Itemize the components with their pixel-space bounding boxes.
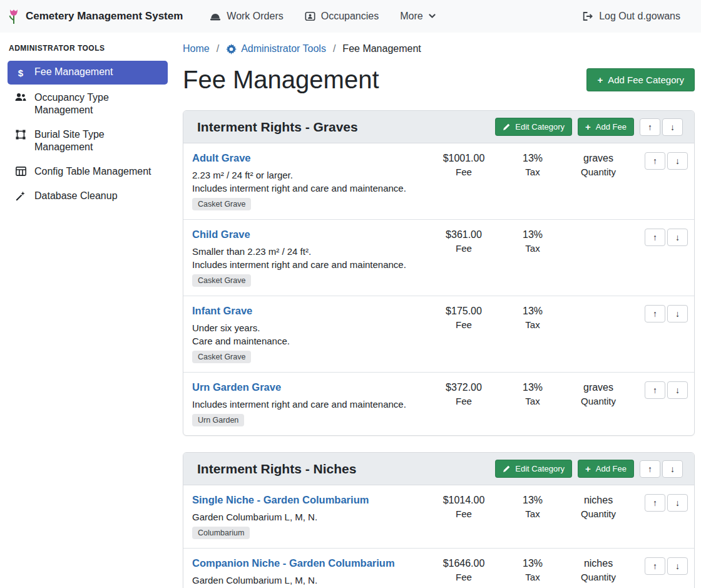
arrow-down-icon: ↓: [670, 122, 675, 132]
main-content: Home / Administrator Tools / Fee Managem…: [175, 33, 701, 588]
move-fee-up-button[interactable]: ↑: [645, 494, 665, 512]
fee-tax-label: Tax: [501, 243, 564, 254]
move-fee-up-button[interactable]: ↑: [645, 305, 665, 322]
logout-button[interactable]: Log Out d.gowans: [582, 11, 680, 22]
fee-name-link[interactable]: Urn Garden Grave: [192, 381, 281, 393]
nav-occupancies[interactable]: Occupancies: [305, 11, 379, 22]
fee-type-badge: Columbarium: [192, 527, 250, 539]
sidebar-item-label: Burial Site Type Management: [34, 128, 160, 153]
fee-quantity-value: niches: [564, 495, 633, 506]
fee-name-link[interactable]: Companion Niche - Garden Columbarium: [192, 557, 395, 569]
fee-description: Under six years.: [192, 322, 426, 333]
nav-work-orders[interactable]: Work Orders: [210, 11, 283, 22]
fee-tax-value: 13%: [501, 495, 564, 506]
edit-category-button[interactable]: Edit Category: [495, 460, 572, 478]
edit-category-label: Edit Category: [515, 122, 565, 132]
edit-category-button[interactable]: Edit Category: [495, 118, 572, 136]
fee-row: Child Grave Smaller than 2.23 m² / 24 ft…: [183, 220, 694, 296]
move-category-up-button[interactable]: ↑: [640, 118, 660, 136]
move-category-up-button[interactable]: ↑: [640, 460, 660, 478]
fee-amount-value: $1001.00: [426, 153, 501, 164]
fee-name-link[interactable]: Single Niche - Garden Columbarium: [192, 494, 369, 506]
add-fee-label: Add Fee: [596, 122, 627, 132]
arrow-up-icon: ↑: [653, 385, 657, 395]
fee-quantity-label: Quantity: [564, 167, 633, 177]
fee-main: Adult Grave 2.23 m² / 24 ft² or larger. …: [192, 152, 426, 210]
breadcrumb-home-link[interactable]: Home: [183, 43, 210, 54]
fee-name-link[interactable]: Adult Grave: [192, 152, 251, 164]
plus-icon: +: [585, 464, 591, 473]
fee-quantity: niches Quantity: [564, 557, 633, 588]
vector-square-icon: [15, 130, 26, 140]
sidebar-item-occupancy-type-management[interactable]: Occupancy Type Management: [8, 86, 168, 121]
move-fee-up-button[interactable]: ↑: [645, 229, 665, 246]
move-category-down-button[interactable]: ↓: [662, 460, 683, 478]
fee-quantity: niches Quantity: [564, 494, 633, 539]
fee-amount: $1646.00 Fee: [426, 557, 501, 588]
fee-quantity-value: graves: [564, 382, 633, 393]
fee-reorder-group: ↑ ↓: [633, 152, 688, 210]
fee-tax: 13% Tax: [501, 229, 564, 287]
move-fee-up-button[interactable]: ↑: [645, 152, 665, 170]
move-fee-down-button[interactable]: ↓: [667, 229, 688, 246]
fee-quantity: [564, 305, 633, 363]
sidebar-item-label: Fee Management: [34, 66, 113, 78]
fee-category-card: Interment Rights - Niches Edit Category …: [183, 452, 695, 588]
fee-quantity-value: graves: [564, 153, 633, 164]
sidebar-item-config-table-management[interactable]: Config Table Management: [8, 160, 168, 183]
fee-type-badge: Casket Grave: [192, 351, 251, 363]
sidebar-item-label: Config Table Management: [34, 165, 151, 178]
arrow-up-icon: ↑: [648, 464, 652, 474]
add-fee-button[interactable]: + Add Fee: [578, 118, 634, 136]
fee-tax-label: Tax: [501, 396, 564, 406]
add-fee-category-button[interactable]: + Add Fee Category: [586, 68, 695, 91]
sidebar-item-database-cleanup[interactable]: Database Cleanup: [8, 185, 168, 207]
table-icon: [15, 167, 26, 176]
fee-main: Companion Niche - Garden Columbarium Gar…: [192, 557, 426, 588]
nav-work-orders-label: Work Orders: [227, 11, 283, 22]
move-fee-up-button[interactable]: ↑: [645, 557, 665, 575]
fee-row: Single Niche - Garden Columbarium Garden…: [183, 485, 694, 549]
sidebar-item-label: Database Cleanup: [34, 190, 118, 202]
edit-category-label: Edit Category: [515, 464, 565, 473]
fee-name-link[interactable]: Child Grave: [192, 229, 250, 240]
fee-row: Adult Grave 2.23 m² / 24 ft² or larger. …: [183, 143, 694, 220]
fee-tax: 13% Tax: [501, 557, 564, 588]
fee-quantity: graves Quantity: [564, 381, 633, 426]
fee-row: Infant Grave Under six years. Care and m…: [183, 296, 694, 373]
breadcrumb-admin-tools-link[interactable]: Administrator Tools: [226, 43, 326, 54]
move-category-down-button[interactable]: ↓: [662, 118, 683, 136]
move-fee-down-button[interactable]: ↓: [667, 494, 688, 512]
magic-wand-icon: [15, 191, 26, 201]
breadcrumb-separator: /: [217, 43, 219, 54]
hard-hat-icon: [210, 12, 221, 21]
nav-more[interactable]: More: [400, 11, 435, 22]
fee-description: Garden Columbarium L, M, N.: [192, 575, 426, 585]
move-fee-down-button[interactable]: ↓: [667, 305, 688, 322]
arrow-down-icon: ↓: [675, 309, 680, 319]
move-fee-up-button[interactable]: ↑: [645, 381, 665, 399]
breadcrumb-admin-tools-label: Administrator Tools: [241, 43, 326, 54]
move-fee-down-button[interactable]: ↓: [667, 557, 688, 575]
add-fee-button[interactable]: + Add Fee: [578, 460, 634, 478]
page-title: Fee Management: [183, 66, 379, 94]
fee-category-card: Interment Rights - Graves Edit Category …: [183, 110, 695, 436]
gear-icon: [226, 44, 237, 54]
fee-main: Urn Garden Grave Includes interment righ…: [192, 381, 426, 426]
fee-description: Includes interment right and care and ma…: [192, 183, 426, 193]
fee-amount-value: $1646.00: [426, 558, 501, 569]
sidebar-item-fee-management[interactable]: $ Fee Management: [8, 61, 168, 85]
sidebar-item-burial-site-type-management[interactable]: Burial Site Type Management: [8, 123, 168, 158]
breadcrumb-current: Fee Management: [342, 43, 421, 54]
fee-amount: $1001.00 Fee: [426, 152, 501, 210]
fee-amount-value: $361.00: [426, 229, 501, 240]
fee-amount-label: Fee: [426, 243, 501, 254]
fee-tax: 13% Tax: [501, 494, 564, 539]
app-brand[interactable]: Cemetery Management System: [8, 8, 183, 25]
fee-quantity-label: Quantity: [564, 572, 633, 582]
arrow-up-icon: ↑: [653, 561, 657, 571]
fee-name-link[interactable]: Infant Grave: [192, 305, 252, 317]
move-fee-down-button[interactable]: ↓: [667, 152, 688, 170]
fee-amount: $1014.00 Fee: [426, 494, 501, 539]
move-fee-down-button[interactable]: ↓: [667, 381, 688, 399]
